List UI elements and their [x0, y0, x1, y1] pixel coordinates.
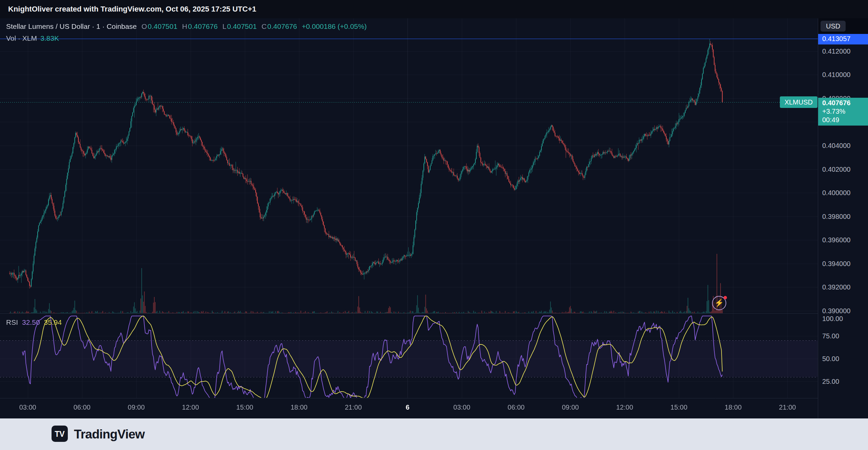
symbol-price-tag: XLMUSD	[780, 96, 817, 108]
tradingview-wordmark[interactable]: TradingView	[74, 427, 144, 442]
volume-legend[interactable]: Vol · XLM 3.83K	[6, 34, 59, 42]
price-scale-label: 0.412000	[822, 47, 850, 55]
last-price-value: 0.407676	[822, 99, 868, 107]
lightning-bolt-icon: ⚡	[714, 299, 724, 307]
ohlc-high: H0.407676	[182, 22, 218, 31]
rsi-ma-value: 35.94	[44, 318, 62, 326]
price-scale-label: 0.402000	[822, 165, 850, 173]
rsi-scale-label: 50.00	[822, 355, 839, 363]
rsi-scale-label: 75.00	[822, 332, 839, 340]
chart-area: Stellar Lumens / US Dollar · 1 · Coinbas…	[0, 18, 868, 418]
notification-dot	[724, 296, 727, 299]
price-scale-label: 0.410000	[822, 71, 850, 79]
price-scale-label: 0.394000	[822, 260, 850, 268]
ohlc-high-value: 0.407676	[188, 22, 218, 31]
time-scale-label: 18:00	[284, 404, 314, 411]
rsi-value: 32.50	[22, 318, 40, 326]
time-scale-label: 03:00	[447, 404, 477, 411]
chart-canvas[interactable]	[0, 18, 818, 418]
time-scale-label: 12:00	[609, 404, 640, 411]
ohlc-low-label: L	[222, 22, 226, 31]
ohlc-low-value: 0.407501	[227, 22, 257, 31]
volume-label: Vol · XLM	[6, 34, 37, 42]
symbol-title: Stellar Lumens / US Dollar · 1 · Coinbas…	[6, 22, 137, 31]
time-scale-label: 12:00	[175, 404, 206, 411]
high-price-label: 0.413057	[818, 33, 868, 44]
price-scale-label: 0.390000	[822, 307, 850, 315]
price-scale-label: 0.398000	[822, 212, 850, 221]
footer: TV TradingView	[0, 418, 868, 450]
rsi-scale-label: 100.00	[822, 315, 843, 323]
volume-value: 3.83K	[40, 34, 59, 42]
time-scale-label: 18:00	[718, 404, 748, 411]
flash-button[interactable]: ⚡	[712, 296, 726, 310]
ohlc-open: O0.407501	[141, 22, 177, 31]
time-scale-label: 15:00	[664, 404, 694, 411]
time-axis[interactable]: 03:0006:0009:0012:0015:0018:0021:00603:0…	[0, 398, 818, 418]
price-scale-corner: USD	[818, 18, 868, 34]
price-scale-label: 0.392000	[822, 283, 850, 291]
symbol-legend[interactable]: Stellar Lumens / US Dollar · 1 · Coinbas…	[6, 22, 367, 31]
time-scale-label: 15:00	[230, 404, 260, 411]
ohlc-open-label: O	[141, 22, 147, 31]
last-price-label: 0.407676 +3.73% 00:49	[818, 98, 868, 126]
ohlc-close-value: 0.407676	[267, 22, 297, 31]
time-scale-label: 6	[392, 404, 423, 411]
attribution-bar: KnightOliver created with TradingView.co…	[0, 0, 868, 18]
time-scale-label: 09:00	[121, 404, 152, 411]
tradingview-logo-icon[interactable]: TV	[52, 426, 68, 443]
ohlc-low: L0.407501	[222, 22, 257, 31]
rsi-label: RSI	[6, 318, 18, 326]
time-scale-label: 03:00	[13, 404, 43, 411]
ohlc-high-label: H	[182, 22, 187, 31]
rsi-legend[interactable]: RSI 32.50 35.94	[6, 318, 62, 326]
bar-countdown: 00:49	[822, 116, 868, 124]
last-price-change: +3.73%	[822, 107, 868, 116]
price-scale-label: 0.396000	[822, 236, 850, 244]
time-scale-label: 21:00	[338, 404, 369, 411]
ohlc-close-label: C	[261, 22, 267, 31]
price-scale[interactable]: USD 0.413057 0.407676 +3.73% 00:49 0.412…	[818, 18, 868, 418]
attribution-text: KnightOliver created with TradingView.co…	[8, 5, 256, 14]
time-scale-label: 21:00	[772, 404, 803, 411]
price-scale-label: 0.400000	[822, 189, 850, 197]
ohlc-close: C0.407676	[261, 22, 297, 31]
ohlc-change: +0.000186 (+0.05%)	[302, 22, 367, 31]
time-scale-label: 06:00	[501, 404, 531, 411]
price-scale-label: 0.404000	[822, 142, 850, 150]
rsi-scale-label: 25.00	[822, 377, 839, 386]
time-scale-label: 06:00	[67, 404, 97, 411]
ohlc-open-value: 0.407501	[148, 22, 178, 31]
currency-button[interactable]: USD	[821, 21, 846, 32]
svg-text:TV: TV	[55, 430, 65, 438]
time-scale-label: 09:00	[555, 404, 586, 411]
